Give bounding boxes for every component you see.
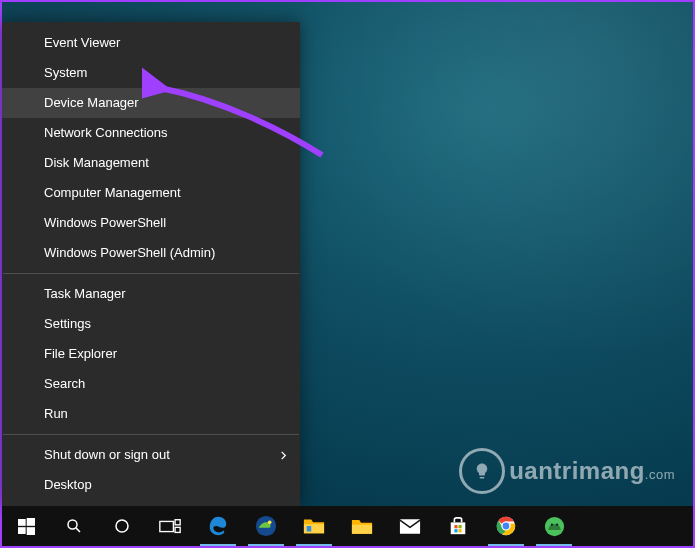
menu-label: Network Connections <box>44 125 168 140</box>
menu-item-device-manager[interactable]: Device Manager <box>2 88 300 118</box>
watermark: uantrimang.com <box>459 448 675 494</box>
power-user-menu: Event Viewer System Device Manager Netwo… <box>2 22 300 506</box>
store-icon <box>447 515 469 537</box>
start-button[interactable] <box>2 506 50 546</box>
menu-label: Disk Management <box>44 155 149 170</box>
menu-item-powershell-admin[interactable]: Windows PowerShell (Admin) <box>2 238 300 268</box>
svg-rect-17 <box>458 525 461 528</box>
menu-item-search[interactable]: Search <box>2 369 300 399</box>
watermark-text: uantrimang <box>509 457 645 484</box>
menu-label: Event Viewer <box>44 35 120 50</box>
taskbar-cortana[interactable] <box>98 506 146 546</box>
svg-rect-7 <box>160 521 174 531</box>
menu-item-event-viewer[interactable]: Event Viewer <box>2 28 300 58</box>
menu-separator <box>3 434 299 435</box>
svg-rect-16 <box>454 525 457 528</box>
menu-item-network-connections[interactable]: Network Connections <box>2 118 300 148</box>
chevron-right-icon <box>279 440 288 470</box>
app-icon <box>543 515 565 537</box>
taskbar-app-dev[interactable] <box>242 506 290 546</box>
menu-item-desktop[interactable]: Desktop <box>2 470 300 500</box>
chrome-icon <box>495 515 517 537</box>
task-view-icon <box>159 515 181 537</box>
menu-label: Run <box>44 406 68 421</box>
folder-icon <box>303 515 325 537</box>
menu-label: Computer Management <box>44 185 181 200</box>
mail-icon <box>399 515 421 537</box>
menu-item-disk-management[interactable]: Disk Management <box>2 148 300 178</box>
taskbar-mail[interactable] <box>386 506 434 546</box>
svg-point-24 <box>550 523 552 525</box>
dev-icon <box>255 515 277 537</box>
svg-rect-13 <box>307 526 312 532</box>
windows-logo-icon <box>18 518 35 535</box>
file-explorer-icon <box>351 515 373 537</box>
svg-point-11 <box>268 521 272 525</box>
svg-rect-2 <box>18 527 26 534</box>
menu-label: Device Manager <box>44 95 139 110</box>
menu-label: Task Manager <box>44 286 126 301</box>
menu-label: Settings <box>44 316 91 331</box>
taskbar-store[interactable] <box>434 506 482 546</box>
taskbar-search[interactable] <box>50 506 98 546</box>
svg-rect-19 <box>458 529 461 532</box>
taskbar-folder[interactable] <box>290 506 338 546</box>
taskbar-chrome[interactable] <box>482 506 530 546</box>
menu-label: Shut down or sign out <box>44 447 170 462</box>
taskbar <box>2 506 693 546</box>
svg-rect-8 <box>175 519 180 524</box>
taskbar-edge[interactable] <box>194 506 242 546</box>
watermark-logo-icon <box>459 448 505 494</box>
taskbar-task-view[interactable] <box>146 506 194 546</box>
menu-label: Desktop <box>44 477 92 492</box>
menu-label: File Explorer <box>44 346 117 361</box>
menu-separator <box>3 273 299 274</box>
svg-rect-3 <box>26 527 34 535</box>
svg-point-25 <box>555 523 557 525</box>
svg-point-6 <box>116 520 128 532</box>
menu-item-powershell[interactable]: Windows PowerShell <box>2 208 300 238</box>
svg-rect-1 <box>26 518 34 526</box>
svg-rect-15 <box>400 519 420 534</box>
svg-point-4 <box>68 520 77 529</box>
menu-label: Windows PowerShell (Admin) <box>44 245 215 260</box>
menu-item-system[interactable]: System <box>2 58 300 88</box>
taskbar-app[interactable] <box>530 506 578 546</box>
search-icon <box>63 515 85 537</box>
menu-item-computer-management[interactable]: Computer Management <box>2 178 300 208</box>
menu-label: Search <box>44 376 85 391</box>
menu-item-file-explorer[interactable]: File Explorer <box>2 339 300 369</box>
svg-line-5 <box>76 528 80 532</box>
menu-item-task-manager[interactable]: Task Manager <box>2 279 300 309</box>
taskbar-file-explorer[interactable] <box>338 506 386 546</box>
watermark-suffix: .com <box>645 467 675 482</box>
menu-label: System <box>44 65 87 80</box>
menu-item-settings[interactable]: Settings <box>2 309 300 339</box>
svg-rect-14 <box>352 524 372 533</box>
menu-item-shutdown[interactable]: Shut down or sign out <box>2 440 300 470</box>
menu-label: Windows PowerShell <box>44 215 166 230</box>
svg-rect-0 <box>18 519 26 526</box>
svg-rect-9 <box>175 527 180 532</box>
menu-item-run[interactable]: Run <box>2 399 300 429</box>
svg-rect-18 <box>454 529 457 532</box>
cortana-icon <box>111 515 133 537</box>
edge-icon <box>207 515 229 537</box>
